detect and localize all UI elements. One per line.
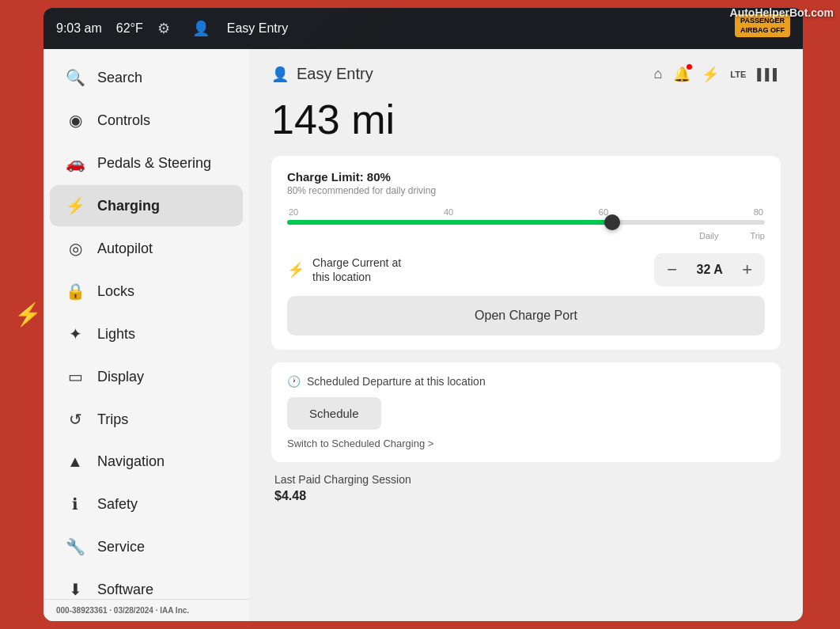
- sidebar-item-service[interactable]: 🔧 Service: [50, 526, 243, 567]
- sidebar-item-display[interactable]: ▭ Display: [50, 356, 243, 397]
- status-time: 9:03 am: [56, 21, 102, 36]
- bottom-bar: 000-38923361 · 03/28/2024 · IAA Inc.: [44, 599, 249, 621]
- locks-icon: 🔒: [66, 282, 85, 301]
- charging-icon: ⚡: [66, 196, 85, 215]
- bluetooth-icon[interactable]: ⚡: [702, 66, 719, 83]
- charge-limit-title: Charge Limit: 80%: [287, 170, 765, 184]
- charge-limit-sub: 80% recommended for daily driving: [287, 185, 765, 196]
- status-temp: 62°F: [116, 21, 143, 36]
- notification-icon[interactable]: 🔔: [673, 66, 691, 83]
- charge-card: Charge Limit: 80% 80% recommended for da…: [271, 156, 781, 350]
- sidebar-item-lights[interactable]: ✦ Lights: [50, 313, 243, 354]
- scheduled-title: 🕐 Scheduled Departure at this location: [287, 375, 765, 388]
- sidebar-item-trips[interactable]: ↺ Trips: [50, 399, 243, 440]
- charge-current-left: ⚡ Charge Current atthis location: [287, 256, 401, 284]
- lights-icon: ✦: [66, 324, 85, 343]
- slider-track: [287, 220, 765, 225]
- content-header-left: 👤 Easy Entry: [271, 65, 373, 83]
- person-icon: 👤: [192, 20, 210, 37]
- slider-label-20: 20: [289, 207, 298, 217]
- sidebar-label-service: Service: [97, 539, 145, 555]
- last-paid-section: Last Paid Charging Session $4.48: [271, 473, 781, 503]
- slider-fill: [287, 220, 612, 225]
- content-header: 👤 Easy Entry ⌂ 🔔 ⚡ LTE ▌▌▌: [271, 65, 781, 83]
- display-icon: ▭: [66, 367, 85, 386]
- content-panel: 👤 Easy Entry ⌂ 🔔 ⚡ LTE ▌▌▌ 143 mi Charge…: [249, 49, 803, 621]
- slider-bottom-labels: Daily Trip: [287, 231, 765, 241]
- left-side-indicator: ⚡: [16, 236, 40, 394]
- sidebar-label-trips: Trips: [97, 411, 128, 428]
- autopilot-icon: ◎: [66, 239, 85, 258]
- last-paid-amount: $4.48: [274, 489, 778, 503]
- last-paid-title: Last Paid Charging Session: [274, 473, 778, 486]
- search-icon: 🔍: [66, 68, 85, 87]
- slider-labels: 20 40 60 80: [287, 207, 765, 217]
- sidebar-item-search[interactable]: 🔍 Search: [50, 57, 243, 98]
- settings-icon[interactable]: ⚙: [157, 20, 170, 37]
- lte-badge: LTE: [730, 70, 746, 79]
- range-display: 143 mi: [271, 96, 781, 143]
- slider-label-80: 80: [754, 207, 763, 217]
- controls-icon: ◉: [66, 111, 85, 130]
- sidebar-label-autopilot: Autopilot: [97, 241, 153, 257]
- scheduled-departure-card: 🕐 Scheduled Departure at this location S…: [271, 362, 781, 462]
- sidebar-item-charging[interactable]: ⚡ Charging: [50, 185, 243, 226]
- status-bar: 9:03 am 62°F ⚙ 👤 Easy Entry PASSENGERAIR…: [44, 8, 803, 49]
- charge-current-icon: ⚡: [287, 261, 305, 279]
- schedule-button[interactable]: Schedule: [287, 397, 381, 430]
- sidebar-label-controls: Controls: [97, 112, 150, 129]
- bottom-bar-text: 000-38923361 · 03/28/2024 · IAA Inc.: [56, 606, 189, 615]
- sidebar-label-search: Search: [97, 70, 142, 86]
- charge-increase-button[interactable]: +: [742, 261, 752, 279]
- clock-icon: 🕐: [287, 375, 301, 388]
- home-icon[interactable]: ⌂: [653, 66, 662, 82]
- charge-slider[interactable]: [287, 220, 765, 225]
- switch-charging-link[interactable]: Switch to Scheduled Charging >: [287, 438, 765, 449]
- navigation-icon: ▲: [66, 453, 85, 471]
- slider-daily-label: Daily: [699, 231, 718, 241]
- sidebar-item-pedals[interactable]: 🚗 Pedals & Steering: [50, 142, 243, 184]
- charge-current-row: ⚡ Charge Current atthis location − 32 A …: [287, 253, 765, 286]
- charge-decrease-button[interactable]: −: [667, 261, 677, 279]
- open-charge-port-button[interactable]: Open Charge Port: [287, 296, 765, 335]
- main-layout: 🔍 Search ◉ Controls 🚗 Pedals & Steering …: [44, 49, 803, 621]
- service-icon: 🔧: [66, 537, 85, 556]
- sidebar-label-pedals: Pedals & Steering: [97, 155, 211, 172]
- sidebar-label-safety: Safety: [97, 496, 138, 513]
- status-profile: Easy Entry: [227, 21, 288, 36]
- sidebar-item-locks[interactable]: 🔒 Locks: [50, 271, 243, 312]
- person-content-icon: 👤: [271, 66, 289, 83]
- slider-label-40: 40: [444, 207, 453, 217]
- lightning-side-icon: ⚡: [14, 301, 42, 328]
- sidebar-item-navigation[interactable]: ▲ Navigation: [50, 441, 243, 482]
- scheduled-title-text: Scheduled Departure at this location: [307, 375, 486, 388]
- sidebar: 🔍 Search ◉ Controls 🚗 Pedals & Steering …: [44, 49, 249, 621]
- charge-current-control: − 32 A +: [654, 253, 765, 286]
- content-title: Easy Entry: [297, 65, 373, 83]
- software-icon: ⬇: [66, 580, 85, 599]
- safety-icon: ℹ: [66, 494, 85, 513]
- slider-trip-label: Trip: [750, 231, 765, 241]
- slider-thumb[interactable]: [604, 214, 620, 230]
- sidebar-label-software: Software: [97, 582, 153, 598]
- header-icons: ⌂ 🔔 ⚡ LTE ▌▌▌: [653, 66, 781, 83]
- sidebar-item-safety[interactable]: ℹ Safety: [50, 483, 243, 525]
- pedals-icon: 🚗: [66, 153, 85, 172]
- sidebar-label-charging: Charging: [97, 198, 160, 214]
- trips-icon: ↺: [66, 410, 85, 429]
- screen-frame: 9:03 am 62°F ⚙ 👤 Easy Entry PASSENGERAIR…: [44, 8, 803, 621]
- sidebar-label-lights: Lights: [97, 326, 135, 343]
- sidebar-item-controls[interactable]: ◉ Controls: [50, 100, 243, 141]
- sidebar-label-navigation: Navigation: [97, 453, 165, 470]
- charge-current-label: Charge Current atthis location: [312, 256, 401, 284]
- sidebar-label-locks: Locks: [97, 283, 134, 300]
- watermark-text: AutoHelperBot.com: [730, 6, 834, 19]
- charge-current-value: 32 A: [690, 263, 729, 277]
- sidebar-label-display: Display: [97, 369, 144, 385]
- sidebar-item-autopilot[interactable]: ◎ Autopilot: [50, 228, 243, 269]
- signal-icon: ▌▌▌: [757, 68, 781, 81]
